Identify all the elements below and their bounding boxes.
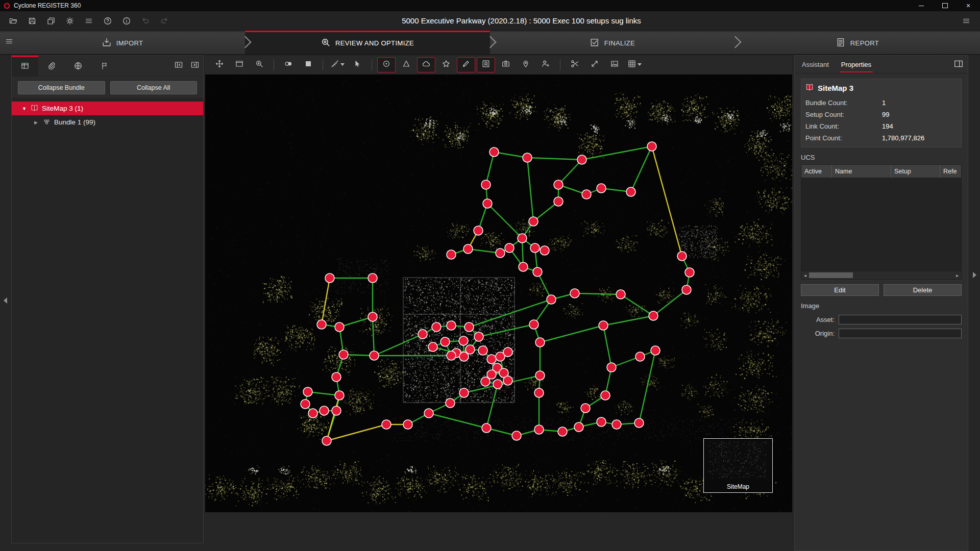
setup-node[interactable] (428, 342, 437, 352)
setup-node[interactable] (505, 243, 514, 253)
tab-assistant[interactable]: Assistant (802, 57, 829, 72)
tab-project-explorer[interactable] (12, 56, 38, 76)
setup-node[interactable] (447, 250, 456, 259)
ucs-col-reference[interactable]: Refe (940, 165, 961, 178)
cut-link-button[interactable] (566, 57, 584, 72)
setup-link[interactable] (494, 152, 527, 158)
setup-link[interactable] (575, 293, 621, 294)
tab-properties[interactable]: Properties (841, 57, 871, 72)
panel-collapse-left-button[interactable] (170, 56, 187, 76)
setup-link[interactable] (469, 299, 551, 327)
collapse-left-panel-handle[interactable] (4, 297, 7, 304)
expander-down-icon[interactable]: ▼ (22, 106, 27, 111)
dropdown-caret-icon[interactable] (638, 63, 642, 66)
setup-node[interactable] (518, 234, 527, 243)
scroll-right-icon[interactable]: ▸ (953, 273, 961, 278)
cone-button[interactable] (397, 57, 415, 72)
setup-node[interactable] (512, 431, 521, 440)
geo-pin-button[interactable] (517, 57, 535, 72)
setup-node[interactable] (503, 347, 512, 357)
tree-item-bundle[interactable]: ▶ Bundle 1 (99) (12, 115, 203, 129)
setup-link[interactable] (429, 413, 486, 428)
setup-node[interactable] (554, 197, 563, 206)
settings-gear-icon[interactable] (64, 15, 76, 27)
setup-link[interactable] (327, 424, 386, 441)
setup-node[interactable] (647, 142, 656, 151)
import-copy-icon[interactable] (45, 15, 57, 27)
setup-node[interactable] (493, 380, 502, 389)
setup-node[interactable] (535, 371, 545, 380)
tab-report[interactable]: REPORT (735, 31, 980, 54)
setup-link[interactable] (527, 158, 533, 221)
setup-link[interactable] (631, 146, 652, 192)
tab-review-and-optimize[interactable]: REVIEW AND OPTIMIZE (245, 31, 490, 54)
setup-circle-button[interactable] (377, 57, 396, 72)
setup-node[interactable] (533, 267, 542, 277)
setup-node[interactable] (530, 243, 540, 253)
tab-web[interactable] (65, 56, 91, 76)
minimap[interactable]: SiteMap (703, 438, 773, 493)
setup-link[interactable] (603, 316, 653, 325)
grid-button[interactable] (625, 57, 644, 72)
asset-input[interactable] (839, 315, 962, 324)
edit-button[interactable]: Edit (801, 284, 879, 296)
redo-icon[interactable] (159, 15, 170, 27)
layout-panels-icon[interactable] (954, 59, 963, 70)
setup-link[interactable] (653, 290, 687, 316)
minimize-button[interactable] (910, 0, 933, 11)
setup-node[interactable] (317, 320, 326, 329)
setup-node[interactable] (607, 363, 616, 372)
expander-right-icon[interactable]: ▶ (34, 120, 39, 125)
fill-square-button[interactable] (299, 57, 317, 72)
setup-link[interactable] (603, 325, 611, 367)
setup-node[interactable] (582, 190, 591, 199)
setup-node[interactable] (325, 273, 334, 283)
scroll-thumb[interactable] (809, 272, 853, 278)
setup-link[interactable] (582, 146, 652, 160)
setup-node[interactable] (459, 336, 468, 345)
user-link-button[interactable] (536, 57, 555, 72)
setup-link[interactable] (339, 317, 373, 327)
setup-node[interactable] (599, 321, 608, 330)
setup-node[interactable] (382, 420, 391, 429)
setup-link[interactable] (373, 317, 374, 356)
setup-node[interactable] (616, 290, 625, 299)
open-folder-icon[interactable] (8, 15, 19, 27)
setup-node[interactable] (463, 244, 473, 254)
setup-node[interactable] (339, 350, 348, 359)
menu-icon[interactable] (961, 15, 972, 27)
tab-import[interactable]: IMPORT (0, 31, 245, 54)
setup-node[interactable] (335, 391, 344, 400)
setup-node[interactable] (308, 409, 317, 418)
setup-link[interactable] (621, 294, 653, 316)
origin-input[interactable] (839, 329, 962, 338)
setup-node[interactable] (303, 387, 312, 396)
setup-node[interactable] (446, 398, 455, 408)
setup-node[interactable] (581, 404, 590, 413)
setup-node[interactable] (554, 180, 563, 189)
fit-window-button[interactable] (230, 57, 249, 72)
setup-node[interactable] (464, 322, 474, 332)
visual-align-button[interactable] (279, 57, 298, 72)
setup-node[interactable] (529, 217, 538, 226)
measure-button[interactable] (328, 57, 347, 72)
setup-node[interactable] (474, 332, 483, 341)
setup-link[interactable] (487, 204, 522, 238)
landmark-star-button[interactable] (437, 57, 455, 72)
setup-link[interactable] (540, 325, 603, 342)
setup-node[interactable] (482, 423, 491, 433)
scroll-left-icon[interactable]: ◂ (801, 273, 809, 278)
setup-node[interactable] (540, 246, 549, 255)
setup-node[interactable] (535, 338, 545, 347)
ucs-col-name[interactable]: Name (832, 165, 891, 178)
setup-link[interactable] (652, 146, 682, 256)
setup-node[interactable] (570, 289, 579, 298)
setup-node[interactable] (496, 248, 505, 258)
zoom-fit-button[interactable] (250, 57, 268, 72)
panel-collapse-right-button[interactable] (187, 56, 203, 76)
setup-link[interactable] (527, 158, 582, 160)
setup-link[interactable] (374, 334, 423, 356)
save-icon[interactable] (27, 15, 38, 27)
setup-node[interactable] (558, 427, 567, 436)
minimap-image[interactable] (704, 439, 772, 481)
